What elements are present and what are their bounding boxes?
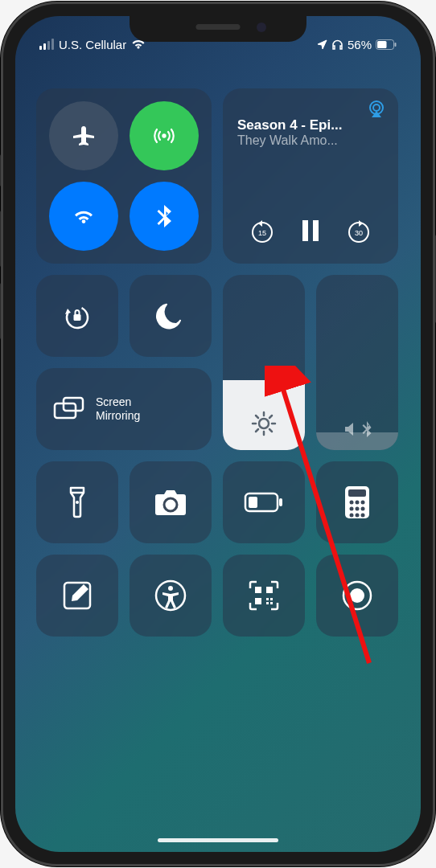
low-power-button[interactable] — [223, 461, 305, 543]
camera-button[interactable] — [130, 461, 212, 543]
cellular-data-toggle[interactable] — [130, 101, 199, 170]
media-module[interactable]: Season 4 - Epi... They Walk Amo... 15 30 — [223, 88, 398, 264]
play-pause-button[interactable] — [298, 217, 323, 244]
svg-text:30: 30 — [355, 229, 363, 237]
svg-line-23 — [256, 429, 258, 432]
airplay-button[interactable] — [366, 100, 387, 119]
carrier-label: U.S. Cellular — [59, 38, 126, 51]
svg-rect-50 — [266, 602, 269, 604]
volume-down-hw — [0, 283, 1, 339]
svg-rect-49 — [270, 598, 273, 600]
cellular-signal-icon — [39, 39, 54, 50]
skip-fwd-30-button[interactable]: 30 — [345, 217, 372, 244]
svg-rect-51 — [270, 602, 273, 604]
svg-line-22 — [269, 429, 272, 432]
svg-rect-8 — [302, 220, 308, 241]
orientation-lock-icon — [60, 299, 94, 333]
bluetooth-toggle[interactable] — [130, 182, 199, 251]
screen-record-button[interactable] — [316, 555, 398, 637]
accessibility-icon — [154, 579, 187, 612]
do-not-disturb-toggle[interactable] — [130, 275, 212, 357]
svg-point-33 — [350, 501, 354, 505]
svg-point-26 — [76, 501, 79, 504]
svg-point-34 — [356, 501, 360, 505]
screen: U.S. Cellular 56% — [15, 16, 421, 852]
svg-point-39 — [350, 514, 354, 518]
brightness-icon — [250, 410, 278, 437]
svg-rect-48 — [266, 598, 269, 600]
svg-line-21 — [256, 416, 258, 418]
airplane-icon — [70, 122, 97, 149]
media-subtitle: They Walk Amo... — [237, 133, 384, 148]
svg-point-16 — [259, 419, 269, 428]
wifi-icon — [69, 202, 98, 231]
battery-outline-icon — [244, 492, 284, 513]
notes-icon — [61, 579, 93, 612]
svg-point-38 — [361, 507, 365, 511]
wifi-toggle[interactable] — [49, 182, 118, 251]
svg-rect-45 — [255, 587, 261, 593]
calculator-button[interactable] — [316, 461, 398, 543]
svg-point-41 — [361, 514, 365, 518]
brightness-slider[interactable] — [223, 275, 305, 450]
svg-point-53 — [350, 588, 364, 603]
volume-slider[interactable] — [316, 275, 398, 450]
moon-icon — [156, 301, 185, 330]
qr-scanner-button[interactable] — [223, 555, 305, 637]
svg-rect-32 — [348, 489, 366, 497]
svg-point-4 — [373, 104, 380, 111]
svg-rect-47 — [255, 598, 261, 604]
svg-point-3 — [162, 133, 166, 137]
qr-code-icon — [247, 579, 281, 612]
svg-point-37 — [356, 507, 360, 511]
svg-rect-9 — [313, 220, 319, 241]
screen-mirroring-icon — [52, 395, 84, 423]
svg-line-24 — [269, 416, 272, 418]
control-center: Season 4 - Epi... They Walk Amo... 15 30 — [15, 72, 421, 852]
volume-up-hw — [0, 211, 1, 267]
notch — [130, 16, 306, 42]
skip-back-15-button[interactable]: 15 — [249, 217, 276, 244]
skip-back-icon: 15 — [249, 217, 276, 244]
battery-icon — [376, 39, 397, 50]
pause-icon — [298, 217, 323, 244]
headphones-icon — [331, 39, 343, 50]
flashlight-icon — [68, 485, 87, 520]
orientation-lock-toggle[interactable] — [36, 275, 118, 357]
airplane-mode-toggle[interactable] — [49, 101, 118, 170]
battery-pct: 56% — [348, 38, 372, 51]
notes-button[interactable] — [36, 555, 118, 637]
svg-rect-46 — [266, 587, 273, 593]
flashlight-button[interactable] — [36, 461, 118, 543]
svg-rect-29 — [249, 497, 257, 508]
bluetooth-icon — [150, 203, 178, 230]
svg-rect-1 — [377, 41, 387, 48]
media-title: Season 4 - Epi... — [237, 117, 384, 133]
svg-point-40 — [356, 514, 360, 518]
svg-point-35 — [361, 501, 365, 505]
record-icon — [340, 579, 374, 612]
airplay-icon — [366, 100, 387, 119]
skip-fwd-icon: 30 — [345, 217, 372, 244]
svg-rect-13 — [74, 314, 81, 321]
location-icon — [317, 39, 327, 50]
svg-rect-2 — [395, 43, 397, 47]
home-indicator[interactable] — [158, 838, 278, 842]
svg-text:15: 15 — [258, 229, 266, 237]
screen-mirroring-label: Screen Mirroring — [96, 395, 140, 423]
accessibility-button[interactable] — [130, 555, 212, 637]
screen-mirroring-button[interactable]: Screen Mirroring — [36, 368, 212, 450]
calculator-icon — [343, 485, 371, 520]
svg-point-44 — [168, 586, 173, 591]
cellular-antenna-icon — [150, 121, 179, 150]
svg-point-36 — [350, 507, 354, 511]
phone-frame: U.S. Cellular 56% — [1, 2, 435, 866]
volume-bluetooth-icon — [343, 421, 372, 437]
mute-switch — [0, 154, 1, 186]
svg-rect-30 — [279, 498, 282, 506]
connectivity-module[interactable] — [36, 88, 212, 264]
camera-icon — [153, 488, 188, 517]
